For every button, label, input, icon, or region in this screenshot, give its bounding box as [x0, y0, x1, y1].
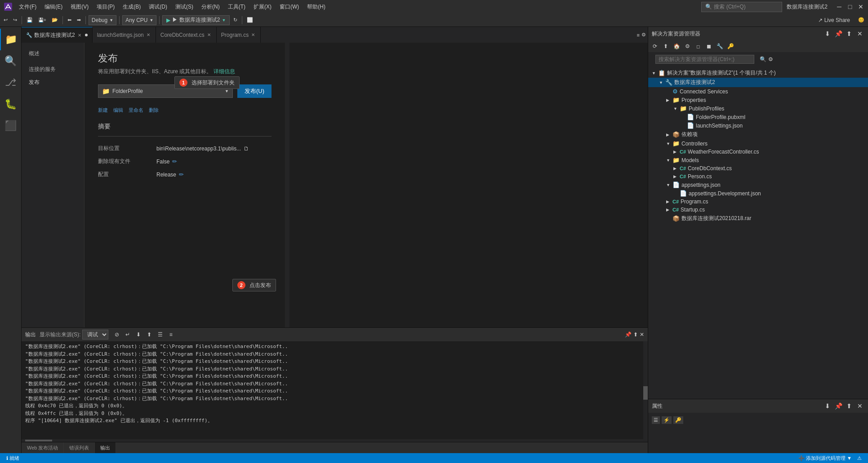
output-maximize-icon[interactable]: ⬆ [633, 331, 638, 338]
undo-button[interactable]: ↩ [2, 16, 9, 24]
tree-folder-profile[interactable]: 📄 FolderProfile.pubxml [648, 113, 868, 121]
redo2-button[interactable]: ➡ [75, 16, 83, 24]
run-button[interactable]: ▶ ▶ 数据库连接测试2 ▼ [162, 15, 230, 25]
tree-project[interactable]: ▼ 🔧 数据库连接测试2 [648, 78, 868, 87]
prop-tb-1[interactable]: ☰ [652, 416, 660, 424]
activity-extensions[interactable]: ⬛ [0, 115, 22, 137]
se-tb-5[interactable]: ◼ [704, 41, 714, 51]
output-scroll2-button[interactable]: ⬆ [144, 330, 154, 340]
copy-icon[interactable]: 🗋 [244, 146, 249, 152]
se-search-input[interactable] [655, 55, 754, 64]
se-close-btn[interactable]: ✕ [855, 29, 864, 38]
prop-action-1[interactable]: ⬇ [823, 401, 832, 410]
tab-core-close[interactable]: ✕ [206, 32, 212, 38]
tree-dependencies[interactable]: ▶ 📦 依赖项 [648, 130, 868, 139]
output-tab-web[interactable]: Web 发布活动 [22, 442, 64, 454]
tree-appsettings[interactable]: ▼ 📄 appsettings.json [648, 181, 868, 189]
publish-details-link[interactable]: 详细信息 [214, 68, 235, 75]
output-clear-button[interactable]: ⊘ [112, 330, 122, 340]
menu-build[interactable]: 生成(B) [119, 2, 144, 12]
se-tb-2[interactable]: ⬆ [661, 41, 671, 51]
rename-profile-link[interactable]: 里命名 [129, 107, 143, 114]
tab-core-db[interactable]: CoreDbContext.cs ✕ [156, 27, 217, 43]
se-search-icon[interactable]: 🔍 [760, 56, 766, 62]
tab-project[interactable]: 🔧 数据库连接测试2 ✕ [22, 27, 93, 43]
se-search-filter-icon[interactable]: ⚙ [768, 56, 773, 62]
search-box[interactable]: 🔍 搜索 (Ctrl+Q) [701, 2, 782, 12]
prop-tb-3[interactable]: 🔑 [673, 416, 683, 424]
output-pin-icon[interactable]: 📌 [625, 331, 632, 338]
tab-launch-settings[interactable]: launchSettings.json ✕ [93, 27, 156, 43]
extra-btn-1[interactable]: ⬜ [245, 16, 255, 24]
tree-launch-settings[interactable]: 📄 launchSettings.json [648, 121, 868, 130]
status-error-icon[interactable]: ⚠ [855, 455, 864, 461]
output-tab-output[interactable]: 输出 [95, 442, 116, 454]
se-tb-home[interactable]: 🏠 [672, 41, 681, 51]
tab-settings-icon[interactable]: ⚙ [641, 32, 646, 38]
output-source-select[interactable]: 调试 [82, 330, 108, 340]
output-tab-errors[interactable]: 错误列表 [64, 442, 95, 454]
prop-tb-2[interactable]: ⚡ [662, 416, 672, 424]
prop-close-btn[interactable]: ✕ [855, 401, 864, 410]
publish-scrollbar[interactable] [285, 43, 289, 327]
menu-tools[interactable]: 工具(T) [224, 2, 249, 12]
se-tb-7[interactable]: 🔑 [726, 41, 735, 51]
tree-rar[interactable]: 📦 数据库连接测试20210218.rar [648, 214, 868, 223]
menu-help[interactable]: 帮助(H) [303, 2, 329, 12]
menu-project[interactable]: 项目(P) [93, 2, 118, 12]
open-file-button[interactable]: 📂 [50, 16, 60, 24]
tab-program[interactable]: Program.cs ✕ [217, 27, 261, 43]
menu-test[interactable]: 测试(S) [172, 2, 197, 12]
tree-coredbcontext[interactable]: ▶ C# CoreDbContext.cs [648, 164, 868, 172]
minimize-button[interactable]: ─ [836, 3, 843, 10]
tab-launch-close[interactable]: ✕ [146, 32, 151, 38]
undo2-button[interactable]: ⬅ [66, 16, 73, 24]
output-hscroll-thumb[interactable] [25, 440, 52, 441]
tree-connected-services[interactable]: ⚙ Connected Services [648, 87, 868, 96]
debug-config-dropdown[interactable]: Debug ▼ [89, 15, 116, 25]
live-share-button[interactable]: ↗ Live Share [815, 16, 854, 24]
menu-window[interactable]: 窗口(W) [276, 2, 303, 12]
cpu-config-dropdown[interactable]: Any CPU ▼ [122, 15, 156, 25]
tree-weather-controller[interactable]: ▶ C# WeatherForecastController.cs [648, 148, 868, 156]
publish-publish-item[interactable]: 发布 [22, 76, 84, 89]
edit-delete-icon[interactable]: ✏ [172, 158, 177, 165]
tree-properties[interactable]: ▶ 📁 Properties [648, 96, 868, 104]
se-tb-4[interactable]: ◻ [693, 41, 703, 51]
output-wrap-button[interactable]: ↵ [123, 330, 133, 340]
menu-file[interactable]: 文件(F) [15, 2, 40, 12]
edit-profile-link[interactable]: 编辑 [113, 107, 123, 114]
tree-models[interactable]: ▼ 📁 Models [648, 156, 868, 164]
tab-program-close[interactable]: ✕ [250, 32, 256, 38]
tree-publish-profiles[interactable]: ▼ 📁 PublishProfiles [648, 104, 868, 113]
output-close-icon[interactable]: ✕ [640, 331, 644, 338]
publish-button[interactable]: 发布(U) [237, 84, 272, 98]
se-tb-3[interactable]: ⚙ [682, 41, 692, 51]
delete-profile-link[interactable]: 删除 [149, 107, 159, 114]
activity-debug[interactable]: 🐛 [0, 93, 22, 115]
output-scroll-button[interactable]: ⬇ [134, 330, 143, 340]
activity-explorer[interactable]: 📁 [0, 29, 22, 50]
edit-config-icon[interactable]: ✏ [179, 171, 184, 178]
se-tb-6[interactable]: 🔧 [715, 41, 725, 51]
maximize-button[interactable]: □ [846, 3, 854, 10]
status-ready[interactable]: ℹ 就绪 [4, 455, 22, 462]
menu-edit[interactable]: 编辑(E) [41, 2, 66, 12]
tree-appsettings-dev[interactable]: 📄 appsettings.Development.json [648, 189, 868, 198]
new-profile-link[interactable]: 新建 [98, 107, 108, 114]
activity-search[interactable]: 🔍 [0, 50, 22, 72]
se-maximize-btn[interactable]: ⬆ [845, 29, 854, 38]
status-add-scm[interactable]: ➕ 添加到源代码管理 ▼ [796, 455, 855, 462]
refresh-button[interactable]: ↻ [231, 16, 239, 24]
redo-button[interactable]: ↪ [11, 16, 19, 24]
tree-solution[interactable]: ▼ 📋 解决方案"数据库连接测试2"(1 个项目/共 1 个) [648, 68, 868, 78]
tab-project-close[interactable]: ✕ [77, 32, 82, 38]
save-button[interactable]: 💾 [25, 16, 35, 24]
tree-controllers[interactable]: ▼ 📁 Controllers [648, 139, 868, 148]
prop-maximize-btn[interactable]: ⬆ [845, 401, 854, 410]
menu-analyze[interactable]: 分析(N) [198, 2, 223, 12]
save-all-button[interactable]: 💾+ [36, 17, 48, 23]
publish-connected-services[interactable]: 连接的服务 [22, 63, 84, 76]
output-scrollbar[interactable] [643, 341, 648, 439]
menu-view[interactable]: 视图(V) [67, 2, 92, 12]
